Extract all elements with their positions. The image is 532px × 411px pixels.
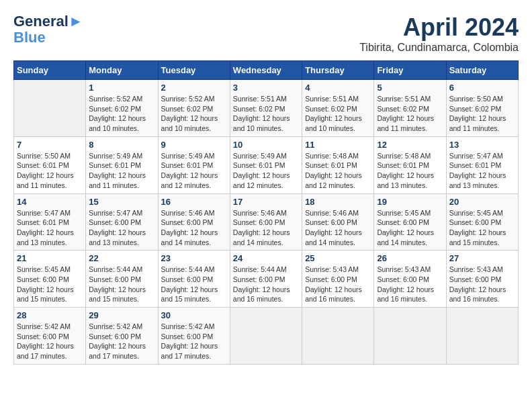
calendar-cell: 25Sunrise: 5:43 AM Sunset: 6:00 PM Dayli… [302, 250, 374, 308]
day-number: 19 [377, 197, 443, 207]
day-number: 12 [377, 140, 443, 150]
calendar-week-2: 7Sunrise: 5:50 AM Sunset: 6:01 PM Daylig… [14, 136, 519, 193]
calendar-cell: 23Sunrise: 5:44 AM Sunset: 6:00 PM Dayli… [158, 250, 230, 308]
header-sunday: Sunday [14, 61, 86, 80]
day-info: Sunrise: 5:51 AM Sunset: 6:02 PM Dayligh… [305, 94, 371, 134]
header-thursday: Thursday [302, 61, 374, 80]
day-number: 28 [17, 310, 83, 320]
day-info: Sunrise: 5:43 AM Sunset: 6:00 PM Dayligh… [377, 265, 443, 304]
day-info: Sunrise: 5:43 AM Sunset: 6:00 PM Dayligh… [449, 265, 515, 304]
day-number: 8 [89, 140, 154, 150]
header-friday: Friday [374, 61, 446, 80]
day-number: 27 [449, 253, 515, 263]
day-info: Sunrise: 5:48 AM Sunset: 6:01 PM Dayligh… [377, 151, 443, 191]
day-number: 4 [305, 83, 371, 93]
calendar-cell: 26Sunrise: 5:43 AM Sunset: 6:00 PM Dayli… [374, 250, 446, 308]
day-number: 21 [17, 253, 83, 263]
day-number: 14 [17, 197, 83, 207]
calendar-cell: 11Sunrise: 5:48 AM Sunset: 6:01 PM Dayli… [302, 136, 374, 193]
day-info: Sunrise: 5:52 AM Sunset: 6:02 PM Dayligh… [89, 94, 154, 134]
calendar-cell [230, 308, 302, 365]
day-info: Sunrise: 5:49 AM Sunset: 6:01 PM Dayligh… [233, 151, 299, 191]
day-number: 23 [161, 253, 227, 263]
logo: General► Blue [13, 13, 83, 46]
day-info: Sunrise: 5:47 AM Sunset: 6:00 PM Dayligh… [89, 208, 154, 248]
calendar-cell: 15Sunrise: 5:47 AM Sunset: 6:00 PM Dayli… [86, 193, 158, 250]
day-info: Sunrise: 5:47 AM Sunset: 6:01 PM Dayligh… [449, 151, 515, 191]
calendar-week-5: 28Sunrise: 5:42 AM Sunset: 6:00 PM Dayli… [14, 308, 519, 365]
header-monday: Monday [86, 61, 158, 80]
day-info: Sunrise: 5:45 AM Sunset: 6:00 PM Dayligh… [377, 208, 443, 248]
day-number: 22 [89, 253, 154, 263]
day-info: Sunrise: 5:52 AM Sunset: 6:02 PM Dayligh… [161, 94, 227, 134]
day-number: 24 [233, 253, 299, 263]
calendar-cell: 10Sunrise: 5:49 AM Sunset: 6:01 PM Dayli… [230, 136, 302, 193]
day-info: Sunrise: 5:48 AM Sunset: 6:01 PM Dayligh… [305, 151, 371, 191]
day-info: Sunrise: 5:42 AM Sunset: 6:00 PM Dayligh… [17, 322, 83, 361]
day-info: Sunrise: 5:51 AM Sunset: 6:02 PM Dayligh… [233, 94, 299, 134]
day-number: 2 [161, 83, 227, 93]
calendar-cell: 16Sunrise: 5:46 AM Sunset: 6:00 PM Dayli… [158, 193, 230, 250]
calendar-cell [374, 308, 446, 365]
day-number: 3 [233, 83, 299, 93]
day-info: Sunrise: 5:44 AM Sunset: 6:00 PM Dayligh… [161, 265, 227, 304]
calendar-week-1: 1Sunrise: 5:52 AM Sunset: 6:02 PM Daylig… [14, 80, 519, 137]
calendar-cell: 3Sunrise: 5:51 AM Sunset: 6:02 PM Daylig… [230, 80, 302, 137]
calendar-week-4: 21Sunrise: 5:45 AM Sunset: 6:00 PM Dayli… [14, 250, 519, 308]
day-number: 16 [161, 197, 227, 207]
calendar-table: SundayMondayTuesdayWednesdayThursdayFrid… [13, 60, 519, 365]
day-info: Sunrise: 5:51 AM Sunset: 6:02 PM Dayligh… [377, 94, 443, 134]
day-number: 30 [161, 310, 227, 320]
day-info: Sunrise: 5:42 AM Sunset: 6:00 PM Dayligh… [161, 322, 227, 361]
calendar-cell: 20Sunrise: 5:45 AM Sunset: 6:00 PM Dayli… [446, 193, 518, 250]
day-info: Sunrise: 5:45 AM Sunset: 6:00 PM Dayligh… [17, 265, 83, 304]
day-number: 9 [161, 140, 227, 150]
day-number: 29 [89, 310, 154, 320]
header-saturday: Saturday [446, 61, 518, 80]
day-info: Sunrise: 5:44 AM Sunset: 6:00 PM Dayligh… [233, 265, 299, 304]
day-number: 1 [89, 83, 154, 93]
calendar-cell: 8Sunrise: 5:49 AM Sunset: 6:01 PM Daylig… [86, 136, 158, 193]
day-number: 7 [17, 140, 83, 150]
calendar-cell: 29Sunrise: 5:42 AM Sunset: 6:00 PM Dayli… [86, 308, 158, 365]
day-info: Sunrise: 5:46 AM Sunset: 6:00 PM Dayligh… [305, 208, 371, 248]
calendar-cell: 1Sunrise: 5:52 AM Sunset: 6:02 PM Daylig… [86, 80, 158, 137]
calendar-cell: 2Sunrise: 5:52 AM Sunset: 6:02 PM Daylig… [158, 80, 230, 137]
header-wednesday: Wednesday [230, 61, 302, 80]
calendar-header-row: SundayMondayTuesdayWednesdayThursdayFrid… [14, 61, 519, 80]
calendar-cell: 27Sunrise: 5:43 AM Sunset: 6:00 PM Dayli… [446, 250, 518, 308]
title-section: April 2024 Tibirita, Cundinamarca, Colom… [359, 13, 519, 54]
day-info: Sunrise: 5:47 AM Sunset: 6:01 PM Dayligh… [17, 208, 83, 248]
day-number: 5 [377, 83, 443, 93]
calendar-cell [302, 308, 374, 365]
day-number: 6 [449, 83, 515, 93]
page-header: General► Blue April 2024 Tibirita, Cundi… [13, 13, 519, 54]
day-number: 26 [377, 253, 443, 263]
day-info: Sunrise: 5:46 AM Sunset: 6:00 PM Dayligh… [233, 208, 299, 248]
calendar-cell: 9Sunrise: 5:49 AM Sunset: 6:01 PM Daylig… [158, 136, 230, 193]
calendar-cell: 5Sunrise: 5:51 AM Sunset: 6:02 PM Daylig… [374, 80, 446, 137]
day-info: Sunrise: 5:44 AM Sunset: 6:00 PM Dayligh… [89, 265, 154, 304]
location-subtitle: Tibirita, Cundinamarca, Colombia [359, 42, 519, 54]
calendar-cell: 13Sunrise: 5:47 AM Sunset: 6:01 PM Dayli… [446, 136, 518, 193]
logo-bird-icon: ► [69, 13, 83, 30]
logo-blue: Blue [13, 30, 46, 46]
calendar-cell: 4Sunrise: 5:51 AM Sunset: 6:02 PM Daylig… [302, 80, 374, 137]
logo-general: General [13, 13, 69, 30]
calendar-cell: 24Sunrise: 5:44 AM Sunset: 6:00 PM Dayli… [230, 250, 302, 308]
calendar-cell: 22Sunrise: 5:44 AM Sunset: 6:00 PM Dayli… [86, 250, 158, 308]
calendar-cell: 14Sunrise: 5:47 AM Sunset: 6:01 PM Dayli… [14, 193, 86, 250]
day-number: 15 [89, 197, 154, 207]
day-info: Sunrise: 5:43 AM Sunset: 6:00 PM Dayligh… [305, 265, 371, 304]
calendar-week-3: 14Sunrise: 5:47 AM Sunset: 6:01 PM Dayli… [14, 193, 519, 250]
calendar-cell: 19Sunrise: 5:45 AM Sunset: 6:00 PM Dayli… [374, 193, 446, 250]
day-info: Sunrise: 5:49 AM Sunset: 6:01 PM Dayligh… [89, 151, 154, 191]
day-number: 17 [233, 197, 299, 207]
day-number: 11 [305, 140, 371, 150]
calendar-cell [14, 80, 86, 137]
day-info: Sunrise: 5:42 AM Sunset: 6:00 PM Dayligh… [89, 322, 154, 361]
day-info: Sunrise: 5:50 AM Sunset: 6:01 PM Dayligh… [17, 151, 83, 191]
day-info: Sunrise: 5:46 AM Sunset: 6:00 PM Dayligh… [161, 208, 227, 248]
month-year-title: April 2024 [359, 13, 519, 42]
day-number: 20 [449, 197, 515, 207]
